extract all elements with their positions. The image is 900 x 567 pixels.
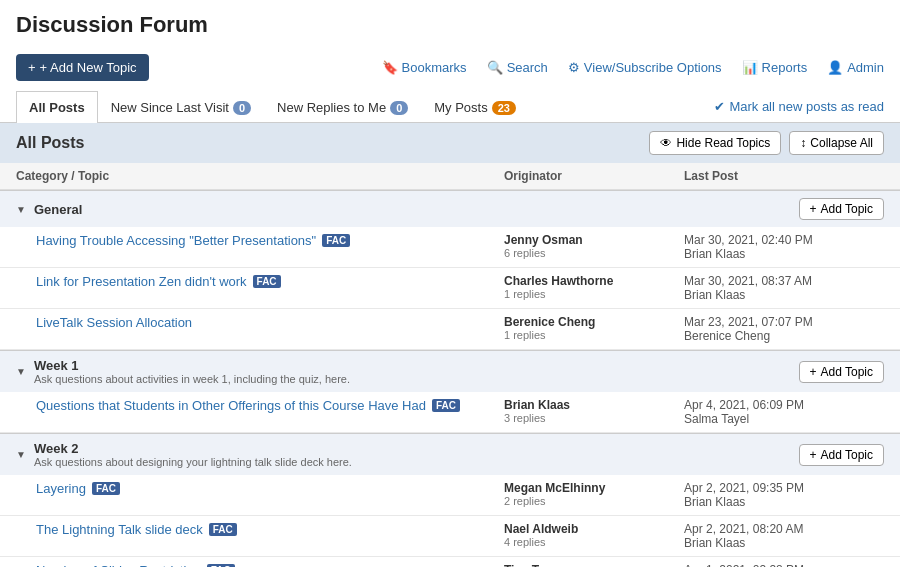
category-general: ▼ General + Add Topic <box>0 190 900 227</box>
lastpost-cell: Mar 30, 2021, 08:37 AM Brian Klaas <box>684 274 884 302</box>
fac-badge: FAC <box>209 523 237 536</box>
post-title-link[interactable]: Link for Presentation Zen didn't work <box>36 274 247 289</box>
chevron-down-icon: ▼ <box>16 366 26 377</box>
table-header: Category / Topic Originator Last Post <box>0 163 900 190</box>
add-topic-general-button[interactable]: + Add Topic <box>799 198 885 220</box>
column-last-post: Last Post <box>684 169 884 183</box>
search-link[interactable]: 🔍 Search <box>487 60 548 75</box>
originator-cell: Charles Hawthorne 1 replies <box>504 274 684 300</box>
tab-all-posts[interactable]: All Posts <box>16 91 98 123</box>
post-title-link[interactable]: The Lightning Talk slide deck <box>36 522 203 537</box>
all-posts-section: All Posts 👁 Hide Read Topics ↕ Collapse … <box>0 123 900 567</box>
page-header: Discussion Forum <box>0 0 900 54</box>
toolbar: + + Add New Topic 🔖 Bookmarks 🔍 Search ⚙… <box>0 54 900 91</box>
category-name: Week 2 <box>34 441 79 456</box>
post-title-link[interactable]: LiveTalk Session Allocation <box>36 315 192 330</box>
tab-my-posts[interactable]: My Posts 23 <box>421 91 529 123</box>
table-row: Number of Slides Restriction FAC Tina Ta… <box>0 557 900 567</box>
add-new-topic-label: + Add New Topic <box>40 60 137 75</box>
lastpost-cell: Apr 1, 2021, 03:38 PM Brian Klaas <box>684 563 884 567</box>
tabs-bar: All Posts New Since Last Visit 0 New Rep… <box>0 91 900 123</box>
table-row: Questions that Students in Other Offerin… <box>0 392 900 433</box>
view-subscribe-link[interactable]: ⚙ View/Subscribe Options <box>568 60 722 75</box>
section-actions: 👁 Hide Read Topics ↕ Collapse All <box>649 131 884 155</box>
gear-icon: ⚙ <box>568 60 580 75</box>
mark-all-new-posts-link[interactable]: ✔ Mark all new posts as read <box>714 99 884 114</box>
section-title: All Posts <box>16 134 84 152</box>
topic-cell: Link for Presentation Zen didn't work FA… <box>36 274 504 289</box>
topic-cell: LiveTalk Session Allocation <box>36 315 504 330</box>
post-title-link[interactable]: Questions that Students in Other Offerin… <box>36 398 426 413</box>
reports-link[interactable]: 📊 Reports <box>742 60 808 75</box>
add-topic-week2-button[interactable]: + Add Topic <box>799 444 885 466</box>
category-name: Week 1 <box>34 358 79 373</box>
table-row: The Lightning Talk slide deck FAC Nael A… <box>0 516 900 557</box>
add-new-topic-button[interactable]: + + Add New Topic <box>16 54 149 81</box>
add-topic-week1-button[interactable]: + Add Topic <box>799 361 885 383</box>
bookmarks-link[interactable]: 🔖 Bookmarks <box>382 60 467 75</box>
bookmark-icon: 🔖 <box>382 60 398 75</box>
fac-badge: FAC <box>253 275 281 288</box>
reports-icon: 📊 <box>742 60 758 75</box>
fac-badge: FAC <box>432 399 460 412</box>
new-replies-badge: 0 <box>390 101 408 115</box>
fac-badge: FAC <box>92 482 120 495</box>
post-title-link[interactable]: Having Trouble Accessing "Better Present… <box>36 233 316 248</box>
my-posts-badge: 23 <box>492 101 516 115</box>
lastpost-cell: Apr 2, 2021, 09:35 PM Brian Klaas <box>684 481 884 509</box>
lastpost-cell: Mar 30, 2021, 02:40 PM Brian Klaas <box>684 233 884 261</box>
eye-icon: 👁 <box>660 136 672 150</box>
admin-link[interactable]: 👤 Admin <box>827 60 884 75</box>
page-title: Discussion Forum <box>16 12 884 38</box>
lastpost-cell: Apr 4, 2021, 06:09 PM Salma Tayel <box>684 398 884 426</box>
topic-cell: Having Trouble Accessing "Better Present… <box>36 233 504 248</box>
topic-cell: Layering FAC <box>36 481 504 496</box>
table-row: LiveTalk Session Allocation Berenice Che… <box>0 309 900 350</box>
toolbar-right: 🔖 Bookmarks 🔍 Search ⚙ View/Subscribe Op… <box>382 60 884 75</box>
section-header: All Posts 👁 Hide Read Topics ↕ Collapse … <box>0 123 900 163</box>
post-title-link[interactable]: Number of Slides Restriction <box>36 563 201 567</box>
new-since-badge: 0 <box>233 101 251 115</box>
table-row: Link for Presentation Zen didn't work FA… <box>0 268 900 309</box>
hide-read-topics-button[interactable]: 👁 Hide Read Topics <box>649 131 781 155</box>
chevron-down-icon: ▼ <box>16 204 26 215</box>
lastpost-cell: Mar 23, 2021, 07:07 PM Berenice Cheng <box>684 315 884 343</box>
tab-new-replies[interactable]: New Replies to Me 0 <box>264 91 421 123</box>
post-title-link[interactable]: Layering <box>36 481 86 496</box>
originator-cell: Megan McElhinny 2 replies <box>504 481 684 507</box>
column-originator: Originator <box>504 169 684 183</box>
search-icon: 🔍 <box>487 60 503 75</box>
chevron-down-icon: ▼ <box>16 449 26 460</box>
originator-cell: Tina Tang 1 replies <box>504 563 684 567</box>
originator-cell: Nael Aldweib 4 replies <box>504 522 684 548</box>
admin-icon: 👤 <box>827 60 843 75</box>
originator-cell: Berenice Cheng 1 replies <box>504 315 684 341</box>
collapse-all-button[interactable]: ↕ Collapse All <box>789 131 884 155</box>
fac-badge: FAC <box>322 234 350 247</box>
column-topic: Category / Topic <box>16 169 504 183</box>
originator-cell: Brian Klaas 3 replies <box>504 398 684 424</box>
tab-new-since-last-visit[interactable]: New Since Last Visit 0 <box>98 91 264 123</box>
category-name: General <box>34 202 82 217</box>
originator-cell: Jenny Osman 6 replies <box>504 233 684 259</box>
topic-cell: Questions that Students in Other Offerin… <box>36 398 504 413</box>
category-week2: ▼ Week 2 Ask questions about designing y… <box>0 433 900 475</box>
table-row: Layering FAC Megan McElhinny 2 replies A… <box>0 475 900 516</box>
topic-cell: The Lightning Talk slide deck FAC <box>36 522 504 537</box>
topic-cell: Number of Slides Restriction FAC <box>36 563 504 567</box>
plus-icon: + <box>28 60 36 75</box>
category-week1: ▼ Week 1 Ask questions about activities … <box>0 350 900 392</box>
lastpost-cell: Apr 2, 2021, 08:20 AM Brian Klaas <box>684 522 884 550</box>
collapse-icon: ↕ <box>800 136 806 150</box>
table-row: Having Trouble Accessing "Better Present… <box>0 227 900 268</box>
